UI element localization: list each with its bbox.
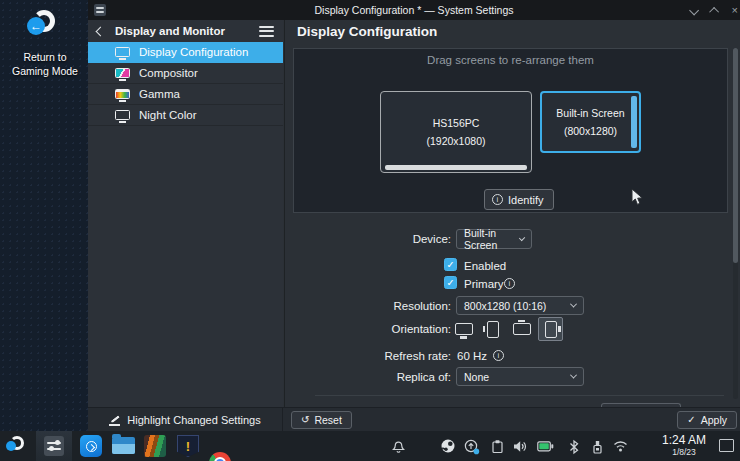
alert-shield-app-icon[interactable]: !: [177, 435, 199, 457]
screen-name: Built-in Screen: [556, 107, 624, 119]
chevron-down-icon: [570, 301, 577, 308]
updates-icon[interactable]: [464, 439, 480, 455]
titlebar[interactable]: Display Configuration * — System Setting…: [88, 0, 740, 20]
screen-resolution: (800x1280): [564, 125, 617, 137]
reset-icon: ↺: [301, 415, 309, 425]
back-arrow-icon: ←: [27, 17, 45, 35]
monitor-icon: [115, 47, 130, 57]
enabled-label: Enabled: [464, 260, 506, 272]
sidebar-header: Display and Monitor: [88, 20, 283, 42]
monitor-landscape-flipped-icon: [513, 323, 531, 335]
refresh-rate-label: Refresh rate:: [325, 350, 451, 362]
refresh-info-icon[interactable]: i: [493, 350, 504, 361]
monitor-landscape-icon: [455, 323, 473, 335]
maximize-icon[interactable]: [709, 6, 719, 16]
chevron-down-icon: [570, 372, 577, 379]
battery-icon[interactable]: [537, 441, 554, 452]
scrollbar-thumb[interactable]: [733, 48, 738, 263]
monitor-portrait-right-icon: [545, 321, 557, 338]
orientation-label: Orientation:: [325, 323, 451, 335]
back-icon[interactable]: [96, 26, 106, 36]
kde-colorful-app-icon[interactable]: [144, 435, 166, 457]
file-manager-icon[interactable]: [112, 437, 135, 454]
steam-deck-dot: [6, 441, 16, 451]
form-separator: [315, 395, 724, 396]
screen-tile-hs156pc[interactable]: HS156PC (1920x1080): [380, 91, 532, 173]
system-settings-task-button[interactable]: [36, 431, 72, 461]
sidebar-item-display-configuration[interactable]: Display Configuration: [88, 42, 283, 63]
primary-info-icon[interactable]: i: [504, 278, 515, 289]
night-color-icon: [115, 110, 130, 120]
page-title: Display Configuration: [297, 24, 437, 39]
steam-icon[interactable]: [440, 438, 456, 454]
arrange-hint: Drag screens to re-arrange them: [294, 54, 727, 66]
clipboard-icon[interactable]: [490, 439, 505, 454]
highlight-changed-settings-button[interactable]: Highlight Changed Settings: [88, 408, 283, 431]
sidebar-title: Display and Monitor: [115, 25, 225, 37]
resolution-select[interactable]: 800x1280 (10:16): [456, 296, 584, 315]
menu-icon[interactable]: [259, 26, 274, 37]
orientation-button-group: [451, 317, 563, 341]
discover-icon[interactable]: [80, 435, 102, 457]
sidebar: Display and Monitor Display Configuratio…: [88, 20, 283, 407]
compositor-icon: [115, 68, 130, 78]
shortcut-label: Return to Gaming Mode: [8, 50, 82, 78]
wifi-icon[interactable]: [612, 439, 629, 453]
identify-button[interactable]: i Identify: [484, 189, 554, 210]
panel-strip: [631, 96, 637, 148]
digital-clock[interactable]: 1:24 AM 1/8/23: [655, 433, 713, 457]
enabled-checkbox[interactable]: ✓: [444, 258, 457, 271]
orientation-portrait-right-button[interactable]: [538, 317, 563, 341]
mouse-cursor: [631, 189, 644, 206]
desktop: ← Return to Gaming Mode Display Configur…: [0, 0, 740, 461]
device-select[interactable]: Built-in Screen: [456, 229, 532, 249]
device-label: Device:: [325, 233, 451, 245]
sidebar-item-gamma[interactable]: Gamma: [88, 84, 283, 105]
return-to-gaming-mode-shortcut[interactable]: ← Return to Gaming Mode: [8, 8, 82, 78]
steam-deck-logo-icon: ←: [27, 8, 63, 44]
taskbar: ! K: [0, 431, 740, 461]
orientation-landscape-flipped-button[interactable]: [509, 317, 534, 341]
sidebar-item-compositor[interactable]: Compositor: [88, 63, 283, 84]
system-settings-window: Display Configuration * — System Setting…: [88, 0, 740, 431]
check-icon: ✓: [687, 415, 695, 425]
sliders-icon: [44, 436, 64, 456]
orientation-portrait-left-button[interactable]: [480, 317, 505, 341]
replica-label: Replica of:: [325, 371, 451, 383]
main-content: Display Configuration Drag screens to re…: [284, 20, 740, 407]
info-icon: i: [492, 194, 503, 205]
sidebar-item-night-color[interactable]: Night Color: [88, 105, 283, 126]
orientation-landscape-button[interactable]: [451, 317, 476, 341]
show-desktop-icon[interactable]: [719, 439, 734, 452]
clock-time: 1:24 AM: [655, 433, 713, 447]
primary-label: Primary: [464, 278, 504, 290]
screen-name: HS156PC: [433, 117, 480, 129]
screen-resolution: (1920x1080): [427, 135, 486, 147]
volume-icon[interactable]: [512, 439, 528, 454]
panel-strip: [385, 165, 527, 170]
application-launcher-button[interactable]: [5, 434, 29, 458]
screen-arrangement-area: Drag screens to re-arrange them HS156PC …: [293, 48, 728, 213]
pen-icon: [109, 414, 121, 426]
gamma-icon: [115, 89, 130, 99]
window-title: Display Configuration * — System Setting…: [88, 4, 740, 16]
replica-select[interactable]: None: [456, 367, 584, 386]
apply-button[interactable]: ✓ Apply: [677, 411, 737, 429]
window-footer: Highlight Changed Settings ↺ Reset ✓ App…: [88, 407, 740, 431]
bluetooth-icon[interactable]: [567, 439, 581, 455]
refresh-rate-value: 60 Hz: [457, 350, 487, 362]
vertical-scrollbar[interactable]: [733, 48, 738, 399]
primary-checkbox[interactable]: ✓: [444, 276, 457, 289]
monitor-portrait-left-icon: [487, 321, 499, 338]
clock-date: 1/8/23: [655, 447, 713, 457]
notifications-bell-icon[interactable]: [391, 439, 406, 454]
close-icon[interactable]: ×: [732, 5, 738, 16]
resolution-label: Resolution:: [325, 300, 451, 312]
screen-tile-built-in[interactable]: Built-in Screen (800x1280): [540, 91, 641, 153]
removable-device-icon[interactable]: [590, 439, 605, 455]
reset-button[interactable]: ↺ Reset: [291, 411, 352, 429]
chrome-icon[interactable]: [209, 452, 231, 461]
